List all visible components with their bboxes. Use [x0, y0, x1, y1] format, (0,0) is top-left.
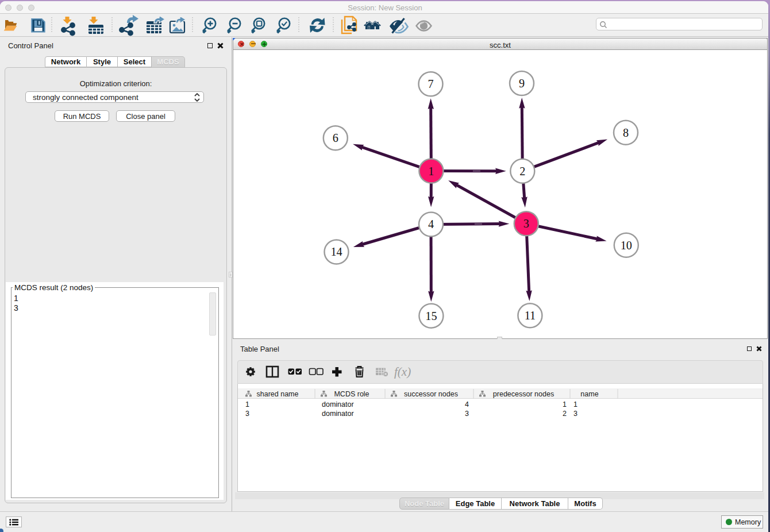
svg-text:name: name — [580, 390, 598, 398]
svg-text:MCDS role: MCDS role — [334, 390, 369, 398]
svg-text:2: 2 — [519, 165, 525, 178]
svg-text:3: 3 — [523, 217, 529, 230]
svg-text:6: 6 — [333, 132, 338, 144]
svg-text:15: 15 — [425, 310, 437, 322]
svg-text:14: 14 — [330, 245, 342, 258]
svg-text:9: 9 — [519, 77, 525, 90]
svg-text:8: 8 — [623, 126, 629, 139]
svg-text:10: 10 — [621, 239, 632, 252]
svg-text:1: 1 — [428, 165, 434, 178]
svg-text:7: 7 — [428, 78, 433, 90]
svg-text:successor nodes: successor nodes — [404, 390, 458, 398]
svg-text:11: 11 — [525, 309, 536, 322]
svg-text:4: 4 — [428, 218, 434, 230]
svg-text:shared name: shared name — [257, 390, 299, 398]
svg-text:predecessor nodes: predecessor nodes — [493, 390, 554, 398]
svg-text:f(x): f(x) — [394, 365, 411, 379]
